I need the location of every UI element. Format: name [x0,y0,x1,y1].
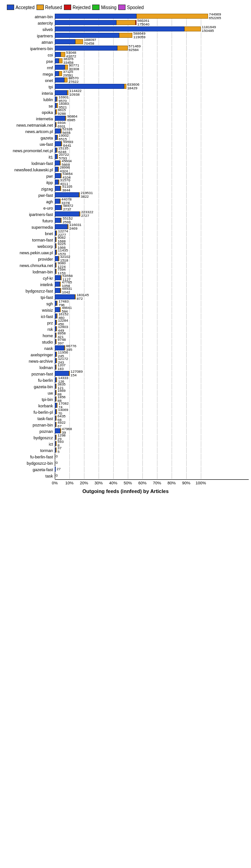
table-row: mega3712529591 [2,71,249,77]
bars-inner: 207225793 [55,154,249,159]
table-row: fu-berlin-fast0 [2,454,249,460]
row-label: it1 [2,155,55,159]
bar-wrapper: 1708274 [55,403,249,409]
legend: AcceptedRefusedRejectedMissingSpooled [2,5,249,10]
bar-wrapper: 551522593 [55,218,249,224]
bars-inner: 289964324 [55,167,249,172]
bar-values: 589722737 [63,204,73,211]
bar-wrapper: 18809770458 [55,39,249,45]
bars-inner: 17483796 [55,301,249,306]
bar-values: 489311042 [62,287,72,294]
bar-wrapper: 5938 [55,441,249,447]
table-row: tpi63360618429 [2,84,249,90]
table-row: prz12284450 [2,320,249,326]
bar-wrapper: 166988 [55,390,249,396]
table-row: pse3637633458 [2,58,249,64]
table-row: pwr538544104 [2,173,249,179]
bar-segment-accepted [55,180,58,185]
bars-inner: 190026515 [55,135,249,140]
bar-segment-accepted [55,173,61,178]
bar-values: 0 [56,474,58,478]
bar-segment-accepted [55,275,61,280]
row-label: internetia [2,117,55,121]
row-label: rsk [2,327,55,332]
row-label: fu-berlin-fast [2,455,55,459]
row-label: wsisiz [2,308,55,313]
bars-inner: 5304841672 [55,52,249,57]
bar-wrapper: 129829 [55,435,249,441]
table-row: fu-berlin14333126 [2,377,249,383]
bar-wrapper: 12284450 [55,320,249,326]
table-row: gazeta-bin3835121 [2,384,249,390]
table-row: lodman-bin75941153 [2,269,249,275]
table-row: agh440783378 [2,199,249,205]
bar-wrapper: 96159288 [55,109,249,115]
row-label: uw-fast [2,142,55,147]
row-label: futuro [2,219,55,223]
table-row: gazeta190026515 [2,135,249,141]
bars-inner: 90801224 [55,262,249,267]
bar-wrapper: 5304841672 [55,52,249,58]
bars-inner: 1207183 [55,365,249,370]
table-row: bnet122742277 [2,231,249,236]
row-label: newsfeed.lukawski.pl [2,168,55,172]
bar-values: 588649119059 [133,32,146,39]
row-label: poznan [2,429,55,434]
bar-segment-refused [61,128,62,134]
table-row: uw-fast595936441 [2,141,249,147]
bar-wrapper: 0 [55,460,249,466]
bar-wrapper: 190026515 [55,135,249,141]
row-label: prz [2,321,55,325]
bar-wrapper: 595936441 [55,141,249,147]
bar-wrapper: 440783378 [55,199,249,205]
row-label: bnet [2,231,55,236]
table-row: rmf9077130308 [2,65,249,71]
bar-segment-refused [61,218,62,223]
table-row: lublin169019570 [2,97,249,103]
bar-wrapper: 16152460 [55,313,249,319]
bar-segment-refused [56,422,57,427]
bars-inner: 12603449 [55,326,249,331]
table-row: ict-fast16152460 [2,313,249,319]
table-row: rsk12603449 [2,326,249,332]
bars-inner: 166988 [55,390,249,395]
bar-values: 968646985 [67,115,77,122]
bar-wrapper: 8857027622 [55,77,249,83]
bar-wrapper: 14333126 [55,377,249,383]
row-label: mega [2,72,55,77]
x-tick: 100% [195,481,206,485]
table-row: fu-berlin-pl1306970 [2,409,249,415]
bar-segment-accepted [55,65,65,70]
bars-inner: 16152460 [55,313,249,318]
row-label: onet [2,78,55,83]
table-row: provider321021518 [2,256,249,262]
bar-segment-refused [68,224,68,229]
bar-segment-refused [61,173,62,178]
bars-inner: 0 [55,454,249,459]
legend-item-refused: Refused [37,5,62,10]
bars-inner: 595936441 [55,141,249,146]
bar-segment-refused [56,365,57,370]
row-label: torman-fast [2,238,55,242]
row-label: lodman-fast [2,161,55,166]
bars-inner: 477651058 [55,282,249,287]
bar-segment-accepted [55,282,60,287]
row-label: agh [2,200,55,204]
bar-segment-refused [56,243,57,248]
bar-segment-refused [116,20,136,25]
table-row: task-fast643568 [2,416,249,421]
table-row: news.netmaniak.net69346931 [2,122,249,128]
bars-inner: 9077130308 [55,65,249,70]
bar-segment-refused [79,211,80,216]
bars-inner: 588649119059 [55,33,249,38]
row-label: tpi-bin [2,397,55,402]
table-row: bydgoszcz129829 [2,435,249,441]
row-label: itpp [2,180,55,185]
bar-segment-accepted [55,224,68,229]
bars-inner: 86776395 [55,345,249,350]
bars-inner: 4796839 [55,428,249,433]
bar-segment-accepted [55,186,60,191]
x-tick: 70% [153,481,161,485]
table-row: korbank1708274 [2,403,249,409]
bar-segment-accepted [55,294,75,299]
